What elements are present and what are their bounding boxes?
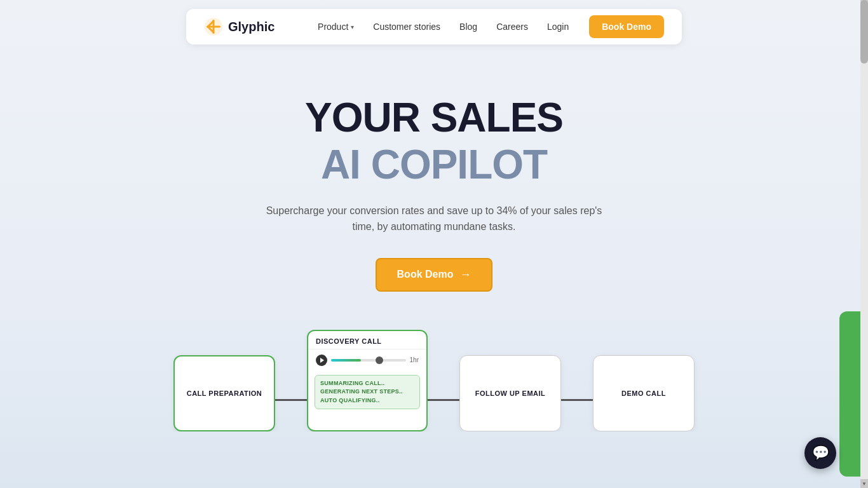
navbar-wrapper: Glyphic Product ▾ Customer stories Blog … (0, 0, 868, 44)
pipeline-card-call-preparation: CALL PREPARATION (173, 355, 275, 431)
call-preparation-label: CALL PREPARATION (179, 390, 270, 397)
progress-dot (376, 356, 383, 364)
audio-progress-bar (331, 359, 406, 362)
chevron-down-icon: ▾ (351, 24, 354, 30)
book-demo-hero-label: Book Demo (397, 269, 454, 280)
hero-section: YOUR SALES AI COPILOT Supercharge your c… (0, 44, 868, 292)
progress-fill (331, 359, 361, 362)
nav-product[interactable]: Product ▾ (310, 18, 362, 36)
book-demo-nav-button[interactable]: Book Demo (589, 15, 664, 38)
logo-link[interactable]: Glyphic (204, 17, 275, 36)
nav-login[interactable]: Login (539, 18, 576, 36)
logo-icon (204, 17, 223, 36)
ai-summary-line2: GENERATING NEXT STEPS.. (320, 388, 414, 396)
pipeline-connector-2 (428, 399, 459, 401)
discovery-call-label: DISCOVERY CALL (316, 337, 419, 345)
demo-call-label: DEMO CALL (614, 390, 674, 397)
arrow-right-icon: → (459, 268, 471, 281)
navbar: Glyphic Product ▾ Customer stories Blog … (186, 9, 682, 44)
pipeline-section: CALL PREPARATION DISCOVERY CALL 1hr SUMM… (0, 330, 868, 431)
nav-careers[interactable]: Careers (489, 18, 536, 36)
book-demo-hero-button[interactable]: Book Demo → (376, 258, 493, 292)
pipeline-card-follow-up-email: FOLLOW UP EMAIL (459, 355, 561, 431)
pipeline-card-discovery-call: DISCOVERY CALL 1hr SUMMARIZING CALL.. GE… (307, 330, 428, 431)
pipeline-card-demo-call: DEMO CALL (593, 355, 695, 431)
pipeline-connector-3 (561, 399, 593, 401)
pipeline-connector-1 (275, 399, 307, 401)
discovery-player: 1hr (308, 349, 426, 371)
ai-summary-line1: SUMMARIZING CALL.. (320, 379, 414, 388)
nav-links: Product ▾ Customer stories Blog Careers … (310, 18, 576, 36)
logo-text: Glyphic (228, 20, 275, 34)
ai-summary-line3: AUTO QUALIFYING.. (320, 396, 414, 405)
hero-subtitle: Supercharge your conversion rates and sa… (256, 203, 612, 235)
scrollbar-track: ▲ ▼ (860, 0, 868, 488)
hero-title-line2: AI COPILOT (321, 142, 547, 187)
duration-label: 1hr (410, 356, 419, 363)
hero-title-line1: YOUR SALES (305, 95, 563, 140)
chat-icon: 💬 (812, 445, 829, 461)
nav-customer-stories[interactable]: Customer stories (365, 18, 448, 36)
ai-summary-box: SUMMARIZING CALL.. GENERATING NEXT STEPS… (315, 375, 420, 410)
play-button[interactable] (316, 355, 327, 366)
nav-blog[interactable]: Blog (452, 18, 485, 36)
discovery-header: DISCOVERY CALL (308, 331, 426, 349)
chat-bubble-button[interactable]: 💬 (804, 437, 836, 469)
scrollbar-arrow-down[interactable]: ▼ (860, 479, 868, 488)
follow-up-email-label: FOLLOW UP EMAIL (468, 390, 553, 397)
